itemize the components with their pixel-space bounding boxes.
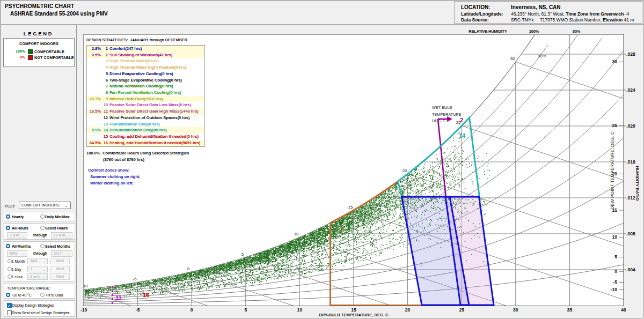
svg-text:.016: .016 xyxy=(626,159,635,165)
svg-text:-5: -5 xyxy=(613,279,617,285)
svg-text:80%: 80% xyxy=(573,29,581,34)
svg-text:DEW POINT TEMPERATURE, DEG. C: DEW POINT TEMPERATURE, DEG. C xyxy=(610,131,615,210)
svg-text:90%: 90% xyxy=(538,54,546,58)
svg-text:0: 0 xyxy=(187,266,190,271)
svg-text:35: 35 xyxy=(567,307,573,313)
svg-text:DEG. C: DEG. C xyxy=(432,118,445,123)
svg-text:25: 25 xyxy=(612,123,617,128)
svg-text:100%: 100% xyxy=(529,29,539,34)
svg-text:-5: -5 xyxy=(136,307,140,313)
svg-text:11: 11 xyxy=(115,294,122,301)
svg-text:.028: .028 xyxy=(626,51,635,57)
svg-text:20: 20 xyxy=(405,307,411,313)
svg-text:-10: -10 xyxy=(611,287,618,292)
svg-text:40: 40 xyxy=(621,307,626,313)
svg-text:HUMIDITY RATIO: HUMIDITY RATIO xyxy=(635,166,640,201)
svg-text:25: 25 xyxy=(459,307,464,313)
svg-text:30: 30 xyxy=(612,59,617,64)
svg-text:-10: -10 xyxy=(80,307,87,313)
svg-text:5: 5 xyxy=(241,252,244,257)
svg-text:RELATIVE HUMIDITY: RELATIVE HUMIDITY xyxy=(469,29,507,34)
svg-text:15: 15 xyxy=(348,205,353,210)
svg-text:14: 14 xyxy=(459,132,466,139)
svg-text:30: 30 xyxy=(513,307,518,313)
svg-text:.004: .004 xyxy=(626,267,635,272)
svg-text:WET-BULB: WET-BULB xyxy=(432,105,452,110)
svg-text:.008: .008 xyxy=(626,231,635,236)
svg-text:5: 5 xyxy=(244,307,247,313)
svg-text:0: 0 xyxy=(614,269,617,274)
svg-text:9: 9 xyxy=(341,226,345,232)
svg-text:.012: .012 xyxy=(626,195,635,201)
svg-text:10: 10 xyxy=(294,232,299,236)
svg-text:2: 2 xyxy=(460,117,463,123)
svg-text:0: 0 xyxy=(191,307,193,313)
svg-text:10: 10 xyxy=(612,234,617,240)
svg-text:.024: .024 xyxy=(626,87,635,93)
svg-text:10: 10 xyxy=(297,307,303,313)
svg-text:.020: .020 xyxy=(626,123,635,129)
svg-text:-5: -5 xyxy=(133,277,137,281)
svg-text:15: 15 xyxy=(351,307,356,313)
svg-text:-10: -10 xyxy=(82,284,88,288)
svg-text:20: 20 xyxy=(402,168,407,173)
svg-text:TEMPERATURE: TEMPERATURE xyxy=(432,112,462,117)
svg-text:30: 30 xyxy=(510,56,515,61)
svg-text:5: 5 xyxy=(614,254,617,259)
svg-text:DRY-BULB TEMPERATURE, DEG. C: DRY-BULB TEMPERATURE, DEG. C xyxy=(319,313,389,317)
svg-text:16: 16 xyxy=(143,292,149,298)
